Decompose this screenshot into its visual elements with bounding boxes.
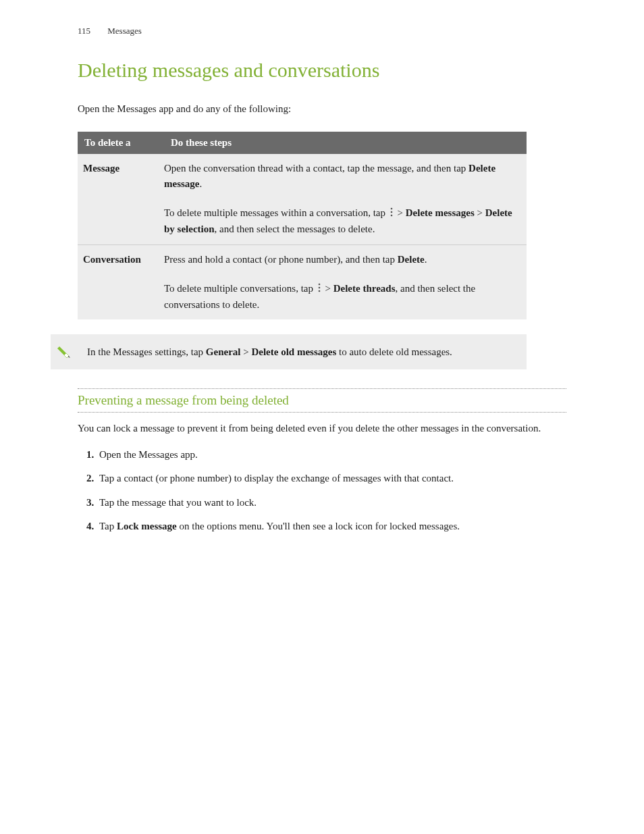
row-label-conversation: Conversation bbox=[83, 254, 141, 265]
table-row: To delete multiple conversations, tap > … bbox=[78, 274, 527, 320]
list-item: Tap a contact (or phone number) to displ… bbox=[97, 471, 566, 486]
page-number: 115 bbox=[78, 26, 90, 36]
svg-point-3 bbox=[318, 283, 320, 285]
list-item: Open the Messages app. bbox=[97, 447, 566, 463]
table-row: Message Open the conversation thread wit… bbox=[78, 154, 527, 199]
svg-point-0 bbox=[390, 208, 392, 210]
more-vert-icon bbox=[317, 282, 321, 297]
table-header-col2: Do these steps bbox=[164, 132, 527, 154]
intro-paragraph: Open the Messages app and do any of the … bbox=[78, 101, 566, 117]
page-content: 115 Messages Deleting messages and conve… bbox=[0, 0, 644, 583]
table-cell: To delete multiple conversations, tap > … bbox=[164, 274, 527, 320]
svg-point-5 bbox=[318, 290, 320, 292]
page-title: Deleting messages and conversations bbox=[78, 58, 566, 82]
row-label-message: Message bbox=[83, 163, 119, 174]
tip-callout: In the Messages settings, tap General > … bbox=[51, 334, 527, 369]
steps-list: Open the Messages app. Tap a contact (or… bbox=[78, 447, 566, 534]
table-row: Conversation Press and hold a contact (o… bbox=[78, 244, 527, 274]
table-cell: To delete multiple messages within a con… bbox=[164, 199, 527, 244]
svg-point-4 bbox=[318, 286, 320, 288]
list-item: Tap Lock message on the options menu. Yo… bbox=[97, 519, 566, 534]
svg-point-1 bbox=[390, 211, 392, 213]
tip-text: In the Messages settings, tap General > … bbox=[78, 335, 460, 369]
table-row: To delete multiple messages within a con… bbox=[78, 199, 527, 244]
table-cell: Open the conversation thread with a cont… bbox=[164, 154, 527, 199]
list-item: Tap the message that you want to lock. bbox=[97, 495, 566, 511]
delete-steps-table: To delete a Do these steps Message Open … bbox=[78, 132, 527, 320]
header-section: Messages bbox=[107, 26, 142, 36]
running-header: 115 Messages bbox=[78, 26, 566, 36]
svg-point-2 bbox=[390, 215, 392, 217]
table-header-col1: To delete a bbox=[78, 132, 164, 154]
more-vert-icon bbox=[390, 206, 394, 221]
sub-section-title: Preventing a message from being deleted bbox=[78, 388, 566, 413]
pencil-tip-icon bbox=[51, 334, 78, 369]
sub-intro-paragraph: You can lock a message to prevent it fro… bbox=[78, 421, 566, 436]
table-cell: Press and hold a contact (or phone numbe… bbox=[164, 244, 527, 274]
